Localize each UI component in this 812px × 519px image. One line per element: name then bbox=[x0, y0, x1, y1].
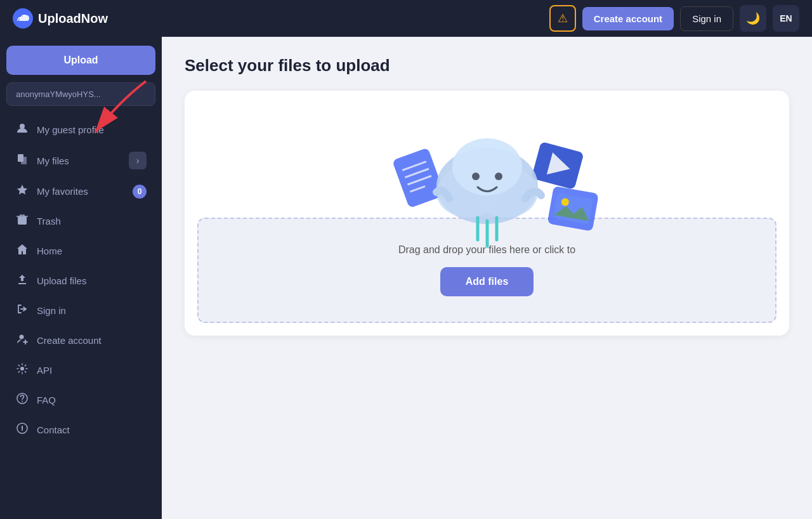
sidebar-item-label-my-guest-profile: My guest profile bbox=[37, 124, 147, 135]
sidebar-resize-handle[interactable] bbox=[159, 37, 162, 519]
create-account-button[interactable]: Create account bbox=[582, 7, 674, 30]
sidebar-item-my-files[interactable]: My files› bbox=[6, 145, 155, 176]
sidebar-item-label-contact: Contact bbox=[37, 424, 147, 435]
svg-point-2 bbox=[20, 124, 25, 129]
upload-files-icon bbox=[15, 273, 29, 289]
sidebar-item-label-home: Home bbox=[37, 246, 147, 256]
sidebar-item-sign-in[interactable]: Sign in bbox=[6, 296, 155, 325]
my-files-icon bbox=[15, 153, 29, 169]
sidebar-items-container: My guest profileMy files›My favorites0Tr… bbox=[6, 115, 155, 445]
header-actions: ⚠ Create account Sign in 🌙 EN bbox=[549, 5, 799, 32]
svg-point-27 bbox=[495, 173, 502, 180]
svg-point-8 bbox=[20, 367, 24, 371]
sidebar-item-my-guest-profile[interactable]: My guest profile bbox=[6, 115, 155, 145]
sidebar-item-label-faq: FAQ bbox=[37, 395, 147, 405]
logo-icon bbox=[13, 8, 33, 29]
sign-in-icon bbox=[15, 303, 29, 319]
svg-point-25 bbox=[452, 138, 522, 195]
svg-rect-4 bbox=[21, 157, 27, 164]
sidebar-item-label-upload-files: Upload files bbox=[37, 275, 147, 286]
svg-point-7 bbox=[20, 335, 24, 339]
signin-button[interactable]: Sign in bbox=[680, 6, 733, 31]
cloud-svg bbox=[329, 110, 646, 249]
add-files-button[interactable]: Add files bbox=[440, 267, 534, 296]
warning-icon: ⚠ bbox=[558, 11, 568, 25]
sidebar-item-faq[interactable]: FAQ bbox=[6, 385, 155, 415]
sidebar-item-label-create-account: Create account bbox=[37, 335, 147, 346]
svg-point-10 bbox=[22, 401, 23, 402]
sidebar-item-label-my-favorites: My favorites bbox=[37, 186, 125, 197]
my-guest-profile-icon bbox=[15, 122, 29, 138]
sidebar-item-api[interactable]: API bbox=[6, 355, 155, 385]
sidebar-upload-button[interactable]: Upload bbox=[6, 46, 155, 75]
home-icon bbox=[15, 243, 29, 259]
contact-icon bbox=[15, 422, 29, 438]
main-content: Select your files to upload bbox=[162, 37, 812, 519]
language-button[interactable]: EN bbox=[773, 5, 799, 32]
my-favorites-icon bbox=[15, 183, 29, 199]
sidebar-item-label-my-files: My files bbox=[37, 155, 121, 166]
header: UploadNow ⚠ Create account Sign in 🌙 EN bbox=[0, 0, 812, 37]
sidebar-item-create-account[interactable]: Create account bbox=[6, 325, 155, 355]
expand-btn-my-files[interactable]: › bbox=[129, 152, 147, 169]
svg-point-26 bbox=[472, 173, 480, 180]
svg-rect-12 bbox=[392, 147, 445, 208]
upload-area: Drag and drop your files here or click t… bbox=[185, 91, 789, 336]
trash-icon bbox=[15, 213, 29, 229]
sidebar-item-home[interactable]: Home bbox=[6, 236, 155, 266]
sidebar: Upload anonymaYMwyoHYS... My guest profi… bbox=[0, 37, 162, 519]
cloud-illustration bbox=[185, 91, 789, 218]
sidebar-item-label-sign-in: Sign in bbox=[37, 305, 147, 316]
faq-icon bbox=[15, 392, 29, 408]
sidebar-badge-my-favorites: 0 bbox=[133, 185, 147, 199]
dark-mode-button[interactable]: 🌙 bbox=[740, 5, 766, 32]
sidebar-item-label-trash: Trash bbox=[37, 216, 147, 227]
logo-text: UploadNow bbox=[38, 11, 108, 26]
svg-marker-5 bbox=[17, 185, 27, 195]
sidebar-item-label-api: API bbox=[37, 365, 147, 376]
create-account-icon bbox=[15, 332, 29, 348]
logo-area: UploadNow bbox=[13, 8, 549, 29]
layout: Upload anonymaYMwyoHYS... My guest profi… bbox=[0, 37, 812, 519]
api-icon bbox=[15, 362, 29, 378]
warning-button[interactable]: ⚠ bbox=[549, 5, 576, 32]
moon-icon: 🌙 bbox=[746, 11, 760, 25]
svg-rect-6 bbox=[18, 216, 27, 225]
sidebar-item-upload-files[interactable]: Upload files bbox=[6, 266, 155, 296]
page-title: Select your files to upload bbox=[185, 56, 789, 76]
sidebar-item-contact[interactable]: Contact bbox=[6, 415, 155, 445]
sidebar-user-box[interactable]: anonymaYMwyoHYS... bbox=[6, 82, 155, 106]
sidebar-item-trash[interactable]: Trash bbox=[6, 206, 155, 236]
sidebar-item-my-favorites[interactable]: My favorites0 bbox=[6, 176, 155, 206]
